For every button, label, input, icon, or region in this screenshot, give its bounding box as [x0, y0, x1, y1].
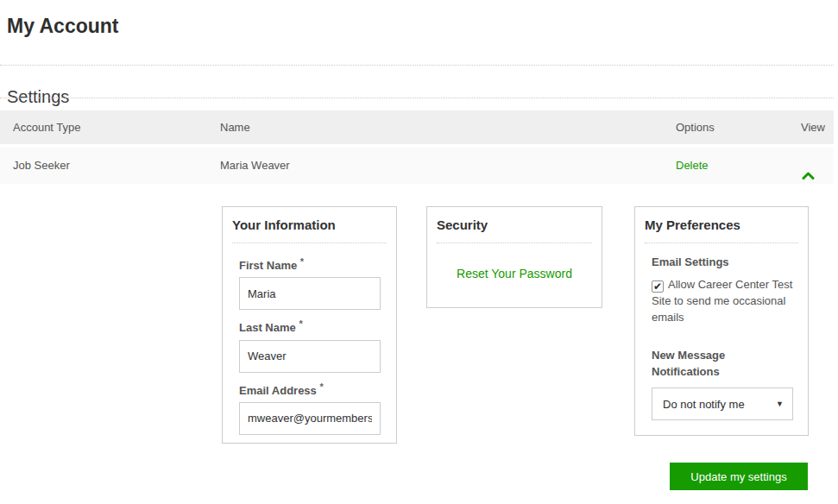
column-header-view: View	[801, 110, 825, 144]
account-type-cell: Job Seeker	[13, 148, 70, 184]
account-table-row: Job Seeker Maria Weaver Delete	[0, 148, 834, 184]
last-name-label-text: Last Name	[239, 322, 296, 335]
my-preferences-title: My Preferences	[645, 217, 798, 243]
email-address-label-text: Email Address	[239, 384, 317, 397]
email-optin-row: ✔Allow Career Center Test Site to send m…	[652, 276, 800, 325]
column-header-options: Options	[676, 110, 715, 144]
required-marker: *	[300, 256, 304, 267]
last-name-input[interactable]	[239, 340, 381, 373]
required-marker: *	[319, 381, 323, 392]
notifications-select[interactable]: Do not notify me ▼	[652, 387, 793, 420]
your-information-panel: Your Information First Name * Last Name …	[222, 206, 397, 444]
your-information-title: Your Information	[232, 217, 387, 243]
required-marker: *	[299, 318, 302, 329]
check-icon: ✔	[653, 280, 662, 293]
email-optin-label: Allow Career Center Test Site to send me…	[652, 278, 792, 324]
accounts-table-header: Account Type Name Options View	[0, 110, 834, 144]
first-name-label: First Name *	[239, 256, 386, 272]
security-panel: Security Reset Your Password	[426, 206, 602, 308]
chevron-up-icon[interactable]	[802, 159, 815, 195]
divider	[0, 65, 834, 66]
notifications-select-value: Do not notify me	[663, 398, 745, 411]
new-message-notifications-label: New Message Notifications	[652, 347, 764, 380]
my-preferences-body: Email Settings ✔Allow Career Center Test…	[635, 243, 808, 420]
email-optin-checkbox[interactable]: ✔	[652, 280, 664, 293]
delete-link[interactable]: Delete	[676, 148, 709, 184]
account-name-cell: Maria Weaver	[220, 148, 290, 184]
first-name-label-text: First Name	[239, 259, 297, 272]
email-address-label: Email Address *	[239, 381, 386, 397]
email-settings-label: Email Settings	[652, 255, 797, 268]
my-preferences-panel: My Preferences Email Settings ✔Allow Car…	[634, 206, 809, 436]
column-header-account-type: Account Type	[13, 110, 81, 144]
divider	[0, 98, 834, 98]
page-title: My Account	[7, 15, 119, 38]
email-address-input[interactable]	[239, 402, 381, 435]
column-header-name: Name	[220, 110, 250, 144]
last-name-label: Last Name *	[239, 318, 386, 334]
dropdown-caret-icon: ▼	[776, 400, 784, 408]
security-title: Security	[437, 217, 592, 243]
security-body: Reset Your Password	[427, 243, 602, 280]
your-information-body: First Name * Last Name * Email Address *	[223, 243, 396, 435]
first-name-input[interactable]	[239, 277, 381, 310]
update-settings-button[interactable]: Update my settings	[670, 463, 808, 490]
reset-password-link[interactable]: Reset Your Password	[457, 267, 572, 280]
